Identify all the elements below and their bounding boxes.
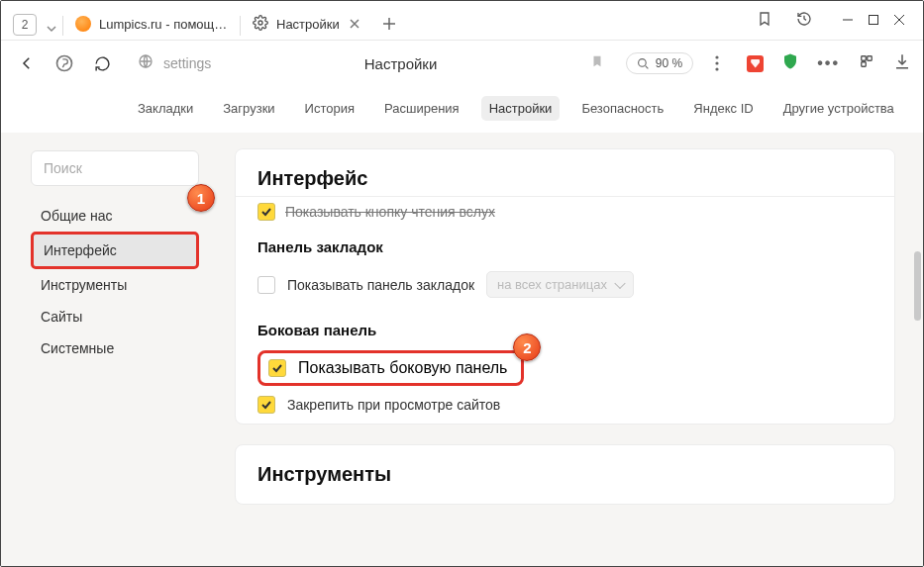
back-button[interactable] [13,49,41,77]
svg-point-7 [716,67,719,70]
content-area: Поиск Общие нас 1 Интерфейс Инструменты … [1,133,923,566]
sidebar-item-label: Интерфейс [44,242,117,258]
subnav-other-devices[interactable]: Другие устройства [775,96,902,121]
sidebar-item-tools[interactable]: Инструменты [31,269,199,301]
address-path: settings [163,55,211,71]
subnav-history[interactable]: История [297,96,362,121]
card-tools: Инструменты [235,444,895,505]
new-tab-button[interactable] [375,10,403,38]
bookmarks-scope-select: на всех страницах [486,271,634,298]
settings-main: Интерфейс Показывать кнопку чтения вслух… [209,133,923,566]
site-lock-icon[interactable] [138,53,154,73]
subnav-bookmarks[interactable]: Закладки [130,96,201,121]
protect-shield-icon[interactable] [781,52,799,74]
svg-rect-1 [870,15,878,24]
svg-point-6 [716,61,719,64]
close-window-button[interactable] [893,12,905,30]
maximize-button[interactable] [868,12,879,30]
tab-lumpics[interactable]: Lumpics.ru - помощь с кон [65,8,238,40]
subheading-bookmarks-panel: Панель закладок [257,238,873,255]
card-interface: Интерфейс Показывать кнопку чтения вслух… [235,148,895,425]
reload-button[interactable] [88,49,116,77]
option-label: Показывать боковую панель [298,359,507,377]
svg-rect-10 [862,62,867,67]
page-title: Настройки [364,55,438,72]
sidebar-item-interface[interactable]: Интерфейс [31,232,199,269]
svg-rect-9 [868,56,873,61]
history-icon[interactable] [796,11,812,31]
subnav-settings[interactable]: Настройки [481,96,561,121]
option-label: Показывать кнопку чтения вслух [285,204,495,220]
checkbox-show-bookmarks-panel[interactable] [257,276,275,294]
site-options-button[interactable] [703,49,731,77]
checkbox-pin-on-view[interactable] [257,396,275,414]
sidebar-item-general[interactable]: Общие нас 1 [31,200,199,232]
bookmark-icon[interactable] [590,53,604,73]
option-label: Показывать панель закладок [287,277,474,293]
gear-icon [253,15,268,34]
svg-point-4 [638,58,646,66]
subnav-downloads[interactable]: Загрузки [215,96,282,121]
tab-title: Lumpics.ru - помощь с кон [99,17,228,32]
close-tab-button[interactable] [348,17,361,31]
section-heading-interface: Интерфейс [257,167,873,190]
annotation-badge-2: 2 [513,333,541,361]
tab-settings[interactable]: Настройки [243,8,371,40]
toolbar: settings Настройки 90 % ••• [1,41,923,86]
settings-subnav: Закладки Загрузки История Расширения Нас… [1,86,923,133]
option-label: Закрепить при просмотре сайтов [287,397,500,413]
reading-list-icon[interactable] [757,11,772,31]
subnav-yandex-id[interactable]: Яндекс ID [685,96,761,121]
option-show-side-panel: Показывать боковую панель 2 [257,350,524,386]
annotation-badge-1: 1 [187,184,215,212]
scrollbar-thumb[interactable] [914,251,921,321]
tab-dropdown-button[interactable] [43,24,60,34]
svg-point-5 [716,55,719,58]
titlebar: 2 Lumpics.ru - помощь с кон Настройки [1,1,923,41]
tab-strip: 2 Lumpics.ru - помощь с кон Настройки [1,1,741,40]
orange-favicon-icon [75,16,91,32]
tab-title: Настройки [276,17,340,32]
toolbar-extensions: ••• [741,52,911,74]
sidebar-item-sites[interactable]: Сайты [31,301,199,332]
subheading-side-panel: Боковая панель [257,322,376,338]
subnav-security[interactable]: Безопасность [573,96,671,121]
checkbox-read-aloud[interactable] [257,203,275,221]
downloads-icon[interactable] [893,52,911,74]
zoom-value: 90 % [656,56,682,70]
more-extensions-button[interactable]: ••• [817,54,840,72]
section-heading-tools: Инструменты [257,463,873,486]
titlebar-actions [741,11,828,31]
subnav-extensions[interactable]: Расширения [376,96,467,121]
svg-point-0 [258,21,262,25]
address-bar[interactable]: settings Настройки [126,47,616,79]
svg-point-2 [57,56,72,71]
magnifier-icon [637,57,650,70]
yandex-logo-icon[interactable] [51,49,78,77]
settings-search-input[interactable]: Поиск [31,150,199,186]
settings-sidebar: Поиск Общие нас 1 Интерфейс Инструменты … [1,133,209,566]
checkbox-show-side-panel[interactable] [268,359,286,377]
adblock-icon[interactable] [747,55,764,72]
sidebar-item-label: Общие нас [41,208,112,224]
open-tabs-counter[interactable]: 2 [13,14,37,36]
window-controls [828,1,919,40]
extensions-puzzle-icon[interactable] [858,52,875,74]
zoom-indicator[interactable]: 90 % [626,52,693,74]
svg-rect-8 [862,56,867,61]
minimize-button[interactable] [842,12,854,30]
sidebar-item-system[interactable]: Системные [31,332,199,364]
